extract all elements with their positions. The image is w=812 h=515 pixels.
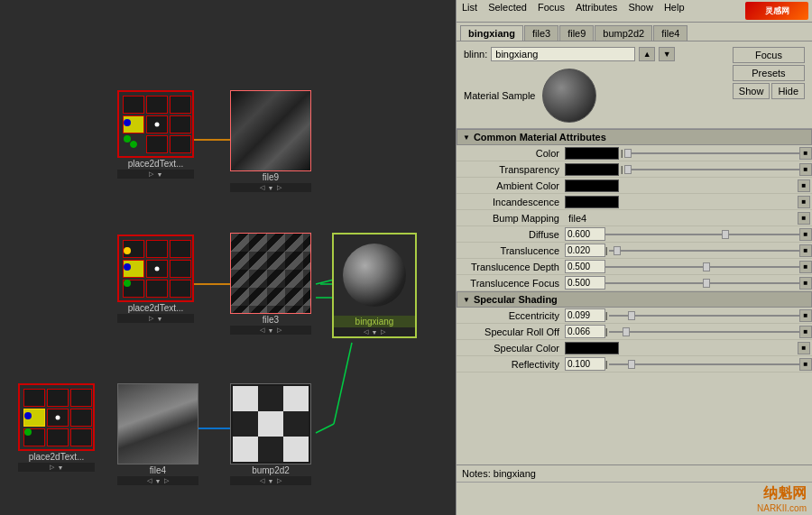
right-buttons: Focus Presets Show Hide: [733, 47, 805, 99]
bingxiang-label: bingxiang: [334, 316, 415, 327]
place-node-3: [18, 383, 95, 451]
menu-selected[interactable]: Selected: [486, 2, 529, 20]
reflectivity-map-btn[interactable]: ■: [799, 358, 812, 371]
place-node-3-controls: ▷ ▼: [18, 463, 95, 472]
focus-button[interactable]: Focus: [733, 47, 805, 63]
bump2d2-controls: ◁ ▼ ▷: [230, 476, 311, 485]
eccentricity-map-btn[interactable]: ■: [799, 309, 812, 322]
diffuse-map-btn[interactable]: ■: [799, 228, 812, 241]
incandescence-swatch[interactable]: [565, 196, 619, 208]
ambient-color-swatch[interactable]: [565, 179, 619, 192]
arrow-down-1[interactable]: ▼: [157, 171, 163, 178]
menu-attributes[interactable]: Attributes: [574, 2, 619, 20]
file4-controls: ◁ ▼ ▷: [117, 476, 198, 485]
specular-rolloff-map-btn[interactable]: ■: [799, 326, 812, 338]
blinn-input[interactable]: [491, 47, 635, 61]
translucence-input[interactable]: [565, 244, 605, 257]
eccentricity-slider-area: |: [605, 311, 799, 320]
incandescence-map-btn[interactable]: ■: [798, 196, 810, 208]
file3-label: file3: [230, 314, 311, 326]
notes-label: Notes:: [462, 468, 491, 479]
tab-file9[interactable]: file9: [559, 25, 594, 41]
tab-file4[interactable]: file4: [653, 25, 687, 41]
menu-list[interactable]: List: [460, 2, 479, 20]
blinn-row: blinn: ▲ ▼: [464, 47, 725, 61]
eccentricity-input[interactable]: [565, 308, 605, 322]
attr-section: ▼ Common Material Attributes Color | ■ T…: [457, 129, 812, 464]
bump-map-btn[interactable]: ■: [798, 212, 810, 225]
translucence-depth-label: Translucence Depth: [457, 262, 565, 272]
tab-bingxiang[interactable]: bingxiang: [460, 25, 523, 41]
diffuse-label: Diffuse: [457, 229, 565, 240]
color-swatch[interactable]: [565, 147, 619, 160]
diffuse-row: Diffuse ■: [457, 226, 812, 243]
arrow-left-1[interactable]: ▷: [149, 170, 153, 178]
specular-color-map-btn[interactable]: ■: [798, 342, 810, 354]
menu-help[interactable]: Help: [662, 2, 687, 20]
translucence-depth-slider[interactable]: [605, 266, 799, 268]
transparency-slider[interactable]: [624, 169, 799, 170]
specular-rolloff-input[interactable]: [565, 325, 605, 338]
bump-mapping-label: Bump Mapping: [457, 213, 565, 224]
place-node-1-controls: ▷ ▼: [117, 170, 194, 179]
specular-shading-header[interactable]: ▼ Specular Shading: [457, 291, 812, 308]
tab-bump2d2[interactable]: bump2d2: [595, 25, 652, 41]
specular-color-row: Specular Color ■: [457, 340, 812, 356]
node-editor: place2dText... ▷ ▼ file9 ◁ ▼ ▷: [0, 0, 456, 515]
attribute-editor: List Selected Focus Attributes Show Help…: [456, 0, 812, 515]
color-map-btn[interactable]: ■: [799, 147, 812, 160]
menu-show[interactable]: Show: [626, 2, 655, 20]
transparency-label: Transparency: [457, 164, 565, 175]
translucence-slider-area: |: [605, 246, 799, 255]
translucence-focus-input[interactable]: [565, 276, 605, 290]
diffuse-input[interactable]: [565, 227, 605, 241]
spacer: [457, 372, 812, 391]
translucence-focus-slider[interactable]: [605, 282, 799, 284]
ambient-map-btn[interactable]: ■: [798, 179, 810, 192]
color-label: Color: [457, 148, 565, 159]
diffuse-slider-area: [605, 234, 799, 235]
presets-button[interactable]: Presets: [733, 65, 805, 81]
translucence-focus-map-btn[interactable]: ■: [799, 277, 812, 290]
arrow-down-btn[interactable]: ▼: [659, 47, 675, 61]
reflectivity-slider[interactable]: [609, 363, 799, 365]
transparency-map-btn[interactable]: ■: [799, 163, 812, 176]
specular-color-swatch[interactable]: [565, 342, 619, 354]
logo: 灵感网: [745, 2, 808, 20]
reflectivity-label: Reflectivity: [457, 359, 565, 370]
translucence-map-btn[interactable]: ■: [799, 244, 812, 257]
bingxiang-node: bingxiang ◁ ▼ ▷: [332, 233, 417, 338]
translucence-focus-slider-area: [605, 282, 799, 284]
arrow-up-btn[interactable]: ▲: [639, 47, 655, 61]
reflectivity-row: Reflectivity | ■: [457, 356, 812, 372]
material-label: Material Sample: [464, 90, 535, 101]
menu-focus[interactable]: Focus: [536, 2, 567, 20]
logo-area: 灵感网: [745, 2, 808, 20]
file4-node: [117, 383, 198, 464]
transparency-swatch[interactable]: [565, 163, 619, 176]
incandescence-label: Incandescence: [457, 197, 565, 207]
translucence-slider[interactable]: [609, 250, 799, 252]
diffuse-slider[interactable]: [605, 234, 799, 235]
tab-file3[interactable]: file3: [524, 25, 558, 41]
file9-controls: ◁ ▼ ▷: [230, 183, 311, 192]
place-node-2: [117, 235, 194, 302]
reflectivity-input[interactable]: [565, 357, 605, 371]
common-material-header[interactable]: ▼ Common Material Attributes: [457, 129, 812, 145]
svg-line-10: [334, 343, 352, 424]
show-button[interactable]: Show: [733, 83, 770, 99]
material-sample: Material Sample: [464, 69, 725, 123]
incandescence-row: Incandescence ■: [457, 194, 812, 210]
color-slider[interactable]: [624, 152, 799, 154]
translucence-focus-label: Translucence Focus: [457, 278, 565, 289]
attr-header: blinn: ▲ ▼ Material Sample Focus Presets…: [457, 41, 812, 129]
specular-rolloff-slider-area: |: [605, 327, 799, 336]
translucence-depth-input[interactable]: [565, 260, 605, 273]
eccentricity-slider[interactable]: [609, 315, 799, 317]
hide-button[interactable]: Hide: [771, 83, 805, 99]
translucence-depth-map-btn[interactable]: ■: [799, 261, 812, 273]
translucence-depth-slider-area: [605, 266, 799, 268]
transparency-slider-area: |: [621, 165, 799, 174]
svg-line-2: [316, 280, 334, 284]
specular-rolloff-slider[interactable]: [609, 331, 799, 333]
